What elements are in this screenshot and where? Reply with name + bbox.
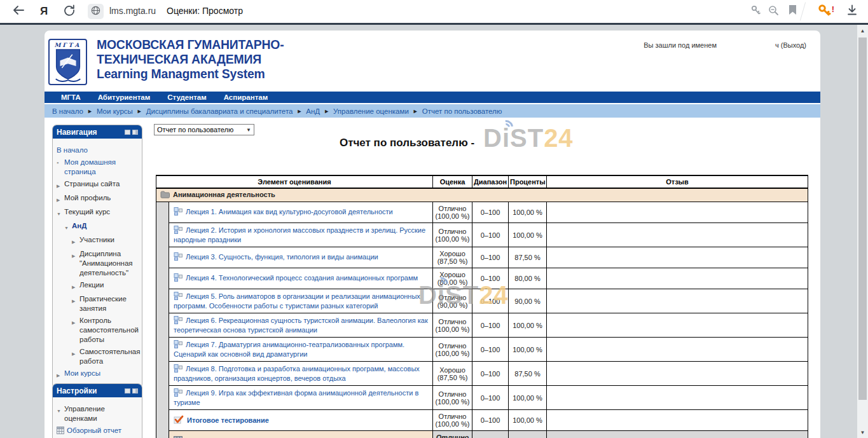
grade-item-link[interactable]: Лекция 2. История и хронология массовых … bbox=[174, 226, 425, 243]
dock-block-icon[interactable] bbox=[132, 130, 138, 135]
tree-item-label[interactable]: Мой профиль bbox=[64, 193, 111, 205]
tree-item-label[interactable]: Мои курсы bbox=[64, 369, 100, 380]
percent-cell: 100,00 % bbox=[509, 313, 547, 338]
tree-item-label[interactable]: Управление оценками bbox=[64, 404, 139, 423]
collapse-block-icon[interactable] bbox=[125, 388, 130, 394]
topnav-item-3[interactable]: Студентам bbox=[167, 93, 207, 101]
tree-item[interactable]: ▶Практические занятия bbox=[57, 294, 139, 313]
tree-item-label[interactable]: Практические занятия bbox=[79, 294, 139, 313]
page-zoom-button[interactable] bbox=[766, 3, 781, 20]
tree-collapsed-icon[interactable]: ▶ bbox=[72, 316, 79, 345]
tree-item-label[interactable]: Текущий курс bbox=[64, 207, 110, 219]
scroll-thumb[interactable] bbox=[858, 38, 867, 400]
tree-collapsed-icon[interactable]: ▶ bbox=[57, 179, 64, 191]
scroll-down-button[interactable]: ▼ bbox=[857, 428, 868, 438]
tree-item-label[interactable]: Моя домашняя страница bbox=[64, 158, 139, 177]
tree-collapsed-icon[interactable]: ▶ bbox=[72, 294, 79, 313]
academy-logo[interactable]: МГТА bbox=[48, 39, 87, 85]
breadcrumb-link[interactable]: АнД bbox=[306, 107, 320, 115]
select-arrow-icon: ▼ bbox=[246, 127, 251, 133]
breadcrumb-link[interactable]: В начало bbox=[52, 107, 83, 115]
window-scrollbar[interactable]: ▲ ▼ bbox=[857, 25, 868, 438]
grade-item-row: Лекция 8. Подготовка и разработка анимац… bbox=[156, 362, 808, 386]
tree-item-label[interactable]: Самостоятельная работа bbox=[79, 347, 140, 366]
tree-collapsed-icon[interactable]: ▶ bbox=[72, 235, 79, 247]
tree-expanded-icon[interactable]: ▼ bbox=[57, 404, 64, 423]
tree-item[interactable]: ▪Моя домашняя страница bbox=[57, 158, 139, 177]
grade-item-link[interactable]: Лекция 1. Анимация как вид культурно-дос… bbox=[186, 208, 393, 216]
tree-item[interactable]: ▶Дисциплина "Анимационная деятельность" bbox=[57, 249, 139, 278]
tree-collapsed-icon[interactable]: ▶ bbox=[57, 193, 64, 205]
tree-item[interactable]: ▶Мой профиль bbox=[57, 193, 139, 205]
range-cell: 0–100 bbox=[472, 431, 509, 438]
col-grade-header: Оценка bbox=[433, 175, 472, 188]
refresh-button[interactable] bbox=[61, 3, 78, 20]
topnav-item-4[interactable]: Аспирантам bbox=[224, 93, 268, 101]
tree-item-label[interactable]: АнД bbox=[72, 221, 86, 233]
grade-item-row: Итоговое тестированиеОтлично (100,00 %)0… bbox=[156, 410, 808, 431]
grade-item-link[interactable]: Лекция 9. Игра как эффективная форма ани… bbox=[174, 389, 418, 406]
yandex-home-button[interactable]: Я bbox=[36, 3, 52, 20]
magnifier-icon bbox=[768, 5, 779, 18]
tree-item-label[interactable]: Контроль самостоятельной работы bbox=[79, 316, 139, 345]
breadcrumb-link[interactable]: Дисциплины бакалавриата и специалитета bbox=[146, 107, 293, 115]
tree-item[interactable]: ▶Мои курсы bbox=[57, 369, 139, 380]
logo-shield-icon bbox=[53, 75, 83, 86]
back-button[interactable] bbox=[10, 3, 27, 20]
scroll-up-button[interactable]: ▲ bbox=[857, 26, 868, 36]
tree-expanded-icon[interactable]: ▼ bbox=[64, 221, 72, 233]
course-total-row: Итоговая оценка за курсОтлично (96,38 %)… bbox=[156, 431, 808, 438]
tree-item[interactable]: ▶Участники bbox=[57, 235, 139, 247]
bookmark-button[interactable] bbox=[785, 3, 800, 20]
tree-item[interactable]: ▶Самостоятельная работа bbox=[57, 347, 139, 366]
password-manager-extension-button[interactable]: ! bbox=[816, 3, 832, 20]
breadcrumb-link[interactable]: Мои курсы bbox=[97, 107, 133, 115]
tree-expanded-icon[interactable]: ▼ bbox=[57, 207, 64, 219]
tree-item-label[interactable]: Лекции bbox=[79, 280, 104, 292]
tree-item[interactable]: ▶Страницы сайта bbox=[57, 179, 139, 191]
grade-cell: Хорошо (80,00 %) bbox=[433, 268, 472, 289]
tree-item[interactable]: ▼АнД bbox=[57, 221, 139, 233]
item-name-cell: Лекция 2. История и хронология массовых … bbox=[169, 223, 433, 247]
topnav-item-1[interactable]: МГТА bbox=[61, 93, 81, 101]
topnav-item-2[interactable]: Абитуриентам bbox=[98, 93, 150, 101]
tree-item-label[interactable]: Дисциплина "Анимационная деятельность" bbox=[79, 249, 139, 278]
tree-collapsed-icon[interactable]: ▶ bbox=[72, 280, 79, 292]
tree-item-label[interactable]: Страницы сайта bbox=[64, 179, 120, 191]
tree-item-label[interactable]: В начало bbox=[57, 146, 88, 155]
site-badge[interactable] bbox=[88, 4, 104, 19]
grade-item-link[interactable]: Лекция 6. Рекреационная сущность туристс… bbox=[174, 317, 428, 334]
grade-item-link[interactable]: Лекция 4. Технологический процесс создан… bbox=[186, 274, 418, 282]
report-type-select[interactable]: Отчет по пользователю ▼ bbox=[154, 124, 254, 135]
grade-item-link[interactable]: Лекция 8. Подготовка и разработка анимац… bbox=[174, 365, 420, 382]
category-row: Анимационная деятельность bbox=[156, 188, 808, 202]
tree-item[interactable]: ▶Лекции bbox=[57, 280, 139, 292]
tree-item[interactable]: ▶Контроль самостоятельной работы bbox=[57, 316, 139, 345]
downloads-button[interactable] bbox=[844, 3, 860, 20]
tree-item-label[interactable]: Обзорный отчет bbox=[67, 426, 121, 437]
breadcrumb-link[interactable]: Отчет по пользователю bbox=[422, 107, 502, 115]
grade-item-link[interactable]: Лекция 5. Роль аниматоров в организации … bbox=[174, 292, 420, 310]
window-border bbox=[0, 23, 868, 25]
tree-item-label[interactable]: Участники bbox=[79, 235, 114, 247]
collapse-block-icon[interactable] bbox=[125, 130, 130, 135]
tree-collapsed-icon[interactable]: ▶ bbox=[72, 249, 79, 278]
logout-link[interactable]: ч (Выход) bbox=[775, 41, 806, 49]
dock-block-icon[interactable] bbox=[132, 388, 138, 394]
tree-item[interactable]: В начало bbox=[57, 146, 139, 155]
grade-cell: Хорошо (87,50 %) bbox=[433, 247, 472, 268]
grade-item-link[interactable]: Итоговое тестирование bbox=[187, 416, 269, 424]
percent-cell: 96,38 % bbox=[509, 431, 547, 438]
tree-item[interactable]: ▼Управление оценками bbox=[57, 404, 139, 423]
tree-collapsed-icon[interactable]: ▶ bbox=[57, 369, 64, 380]
range-cell: 0–100 bbox=[472, 386, 509, 410]
grade-item-link[interactable]: Лекция 3. Сущность, функция, типология и… bbox=[186, 253, 378, 261]
tree-collapsed-icon[interactable]: ▶ bbox=[72, 347, 79, 366]
saved-passwords-button[interactable] bbox=[748, 3, 763, 20]
grade-item-link[interactable]: Лекция 7. Драматургия анимационно-театра… bbox=[174, 341, 404, 358]
url-domain[interactable]: lms.mgta.ru bbox=[109, 6, 156, 16]
tree-item[interactable]: ▼Текущий курс bbox=[57, 207, 139, 219]
browser-page-title[interactable]: Оценки: Просмотр bbox=[167, 6, 243, 16]
breadcrumb-link[interactable]: Управление оценками bbox=[333, 107, 409, 115]
tree-item[interactable]: Обзорный отчет bbox=[57, 426, 139, 437]
